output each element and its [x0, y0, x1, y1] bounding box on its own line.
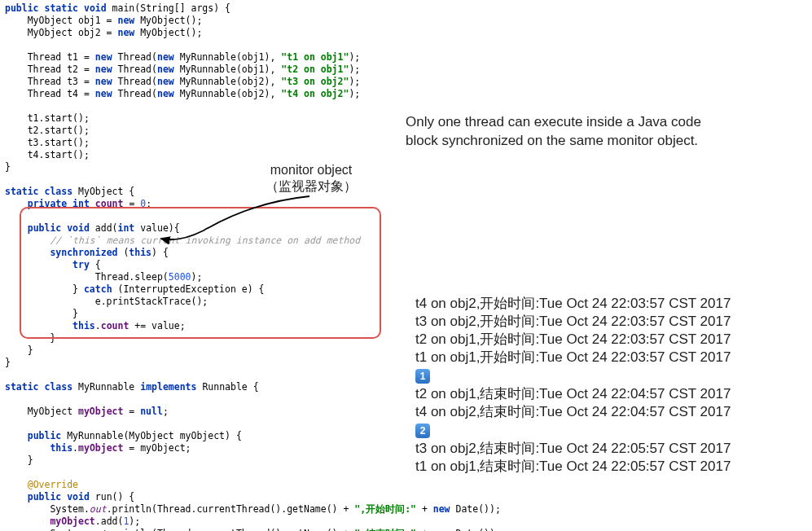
- annotation-line2: （监视器对象）: [266, 178, 357, 195]
- annotation-line1: monitor object: [266, 162, 357, 178]
- output-row: t4 on obj2,开始时间:Tue Oct 24 22:03:57 CST …: [415, 295, 731, 313]
- explanation-text: Only one thread can execute inside a Jav…: [406, 112, 780, 150]
- output-row: t3 on obj2,开始时间:Tue Oct 24 22:03:57 CST …: [415, 313, 731, 331]
- output-row: t2 on obj1,开始时间:Tue Oct 24 22:03:57 CST …: [415, 331, 731, 349]
- badge-row: 1: [415, 366, 731, 385]
- number-badge-icon: 1: [415, 369, 430, 384]
- output-row: t4 on obj2,结束时间:Tue Oct 24 22:04:57 CST …: [415, 403, 731, 421]
- number-badge-icon: 2: [415, 423, 430, 438]
- badge-row: 2: [415, 421, 731, 440]
- console-output: t4 on obj2,开始时间:Tue Oct 24 22:03:57 CST …: [415, 295, 731, 476]
- output-row: t1 on obj1,结束时间:Tue Oct 24 22:05:57 CST …: [415, 458, 731, 476]
- output-row: t3 on obj2,结束时间:Tue Oct 24 22:05:57 CST …: [415, 440, 731, 458]
- annotation-label: monitor object （监视器对象）: [266, 162, 357, 195]
- output-row: t1 on obj1,开始时间:Tue Oct 24 22:03:57 CST …: [415, 349, 731, 366]
- output-row: t2 on obj1,结束时间:Tue Oct 24 22:04:57 CST …: [415, 385, 731, 403]
